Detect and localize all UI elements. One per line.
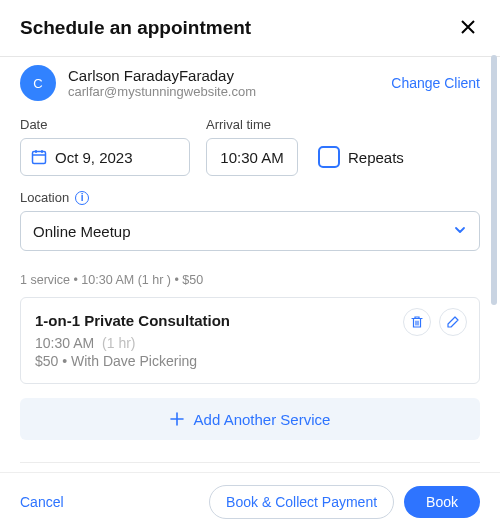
delete-service-button[interactable]	[403, 308, 431, 336]
location-label: Location	[20, 190, 69, 205]
service-price-staff: $50 • With Dave Pickering	[35, 353, 465, 369]
add-service-button[interactable]: Add Another Service	[20, 398, 480, 440]
close-button[interactable]	[456, 14, 480, 42]
page-title: Schedule an appointment	[20, 17, 251, 39]
service-time: 10:30 AM	[35, 335, 94, 351]
arrival-time-label: Arrival time	[206, 117, 298, 132]
client-name: Carlson FaradayFaraday	[68, 67, 391, 84]
date-label: Date	[20, 117, 190, 132]
location-select[interactable]: Online Meetup	[20, 211, 480, 251]
info-icon[interactable]: i	[75, 191, 89, 205]
services-summary: 1 service • 10:30 AM (1 hr ) • $50	[20, 273, 480, 287]
book-collect-payment-button[interactable]: Book & Collect Payment	[209, 485, 394, 519]
calendar-icon	[31, 149, 47, 165]
cancel-button[interactable]: Cancel	[20, 494, 64, 510]
client-email: carlfar@mystunningwebsite.com	[68, 84, 391, 99]
arrival-time-input[interactable]: 10:30 AM	[206, 138, 298, 176]
date-input[interactable]: Oct 9, 2023	[20, 138, 190, 176]
pencil-icon	[446, 315, 460, 329]
location-value: Online Meetup	[33, 223, 131, 240]
book-button[interactable]: Book	[404, 486, 480, 518]
avatar: c	[20, 65, 56, 101]
scrollbar-thumb[interactable]	[491, 55, 497, 305]
service-title: 1-on-1 Private Consultation	[35, 312, 465, 329]
edit-service-button[interactable]	[439, 308, 467, 336]
repeats-checkbox[interactable]	[318, 146, 340, 168]
date-value: Oct 9, 2023	[55, 149, 133, 166]
close-icon	[460, 19, 476, 35]
change-client-button[interactable]: Change Client	[391, 75, 480, 91]
arrival-time-value: 10:30 AM	[220, 149, 283, 166]
footer: Cancel Book & Collect Payment Book	[0, 472, 500, 530]
add-service-label: Add Another Service	[194, 411, 331, 428]
chevron-down-icon	[453, 223, 467, 240]
service-duration: (1 hr)	[102, 335, 135, 351]
svg-rect-0	[33, 152, 46, 164]
plus-icon	[170, 412, 184, 426]
service-card: 1-on-1 Private Consultation 10:30 AM (1 …	[20, 297, 480, 384]
repeats-label: Repeats	[348, 149, 404, 166]
divider	[20, 462, 480, 463]
trash-icon	[410, 315, 424, 329]
